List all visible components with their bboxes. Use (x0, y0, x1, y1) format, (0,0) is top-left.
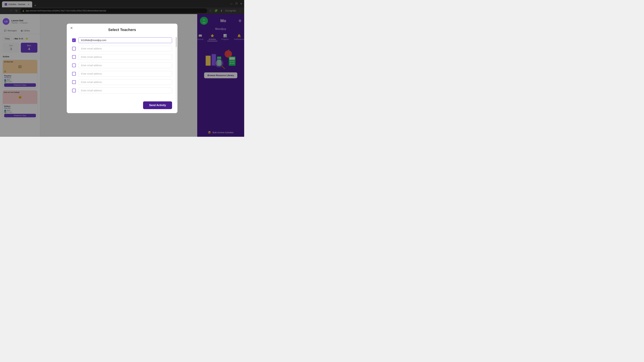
checkbox-7[interactable] (72, 89, 76, 92)
modal-body (67, 35, 178, 99)
modal-footer: Send Activity (67, 99, 178, 113)
email-row-3 (72, 54, 172, 60)
email-row-6 (72, 79, 172, 85)
email-row-2 (72, 46, 172, 51)
checkbox-5[interactable] (72, 72, 76, 76)
email-row-4 (72, 62, 172, 68)
modal-title: Select Teachers (72, 28, 172, 32)
send-activity-button[interactable]: Send Activity (143, 101, 172, 109)
modal-overlay[interactable]: ✕ Select Teachers (0, 0, 244, 137)
checkbox-3[interactable] (72, 55, 76, 59)
modal-close-button[interactable]: ✕ (70, 26, 73, 30)
checkbox-2[interactable] (72, 47, 76, 50)
scrollbar-track[interactable] (176, 37, 177, 103)
email-input-3[interactable] (78, 54, 172, 60)
email-input-6[interactable] (78, 79, 172, 85)
email-input-5[interactable] (78, 71, 172, 77)
email-input-7[interactable] (78, 88, 172, 93)
checkbox-1[interactable] (72, 38, 76, 42)
modal-header: ✕ Select Teachers (67, 24, 178, 35)
scrollbar-thumb[interactable] (176, 37, 177, 47)
email-input-1[interactable] (78, 37, 172, 43)
email-input-4[interactable] (78, 62, 172, 68)
email-row-1 (72, 37, 172, 43)
select-teachers-modal: ✕ Select Teachers (67, 24, 178, 113)
checkbox-6[interactable] (72, 80, 76, 84)
email-row-5 (72, 71, 172, 77)
email-input-2[interactable] (78, 46, 172, 51)
email-row-7 (72, 88, 172, 93)
checkbox-4[interactable] (72, 63, 76, 67)
